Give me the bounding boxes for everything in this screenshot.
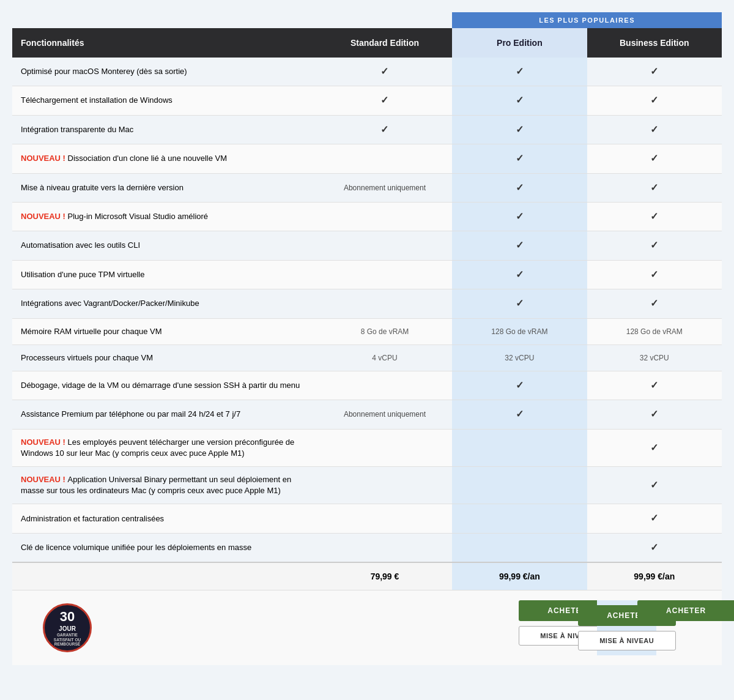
- checkmark: ✓: [650, 409, 658, 419]
- subscription-only: Abonnement uniquement: [344, 183, 426, 193]
- table-row: Optimisé pour macOS Monterey (dès sa sor…: [12, 58, 722, 86]
- table-row: NOUVEAU ! Application Universal Binary p…: [12, 467, 722, 504]
- pro-cell: ✓: [452, 115, 587, 144]
- checkmark: ✓: [650, 211, 658, 222]
- checkmark: ✓: [650, 182, 658, 193]
- pro-cell: ✓: [452, 173, 587, 202]
- checkmark: ✓: [516, 380, 524, 390]
- table-row: Débogage, vidage de la VM ou démarrage d…: [12, 371, 722, 400]
- business-cell: ✓: [587, 58, 722, 86]
- standard-cell: [317, 504, 452, 533]
- pro-cell: [452, 467, 587, 504]
- col-header-standard: Standard Edition: [317, 28, 452, 58]
- checkmark: ✓: [650, 480, 658, 490]
- table-row: Administration et facturation centralisé…: [12, 504, 722, 533]
- business-cell: 32 vCPU: [587, 344, 722, 371]
- pro-cell: ✓: [452, 58, 587, 86]
- standard-cell: ✓: [317, 58, 452, 86]
- table-row: Intégrations avec Vagrant/Docker/Packer/…: [12, 289, 722, 318]
- feature-cell: NOUVEAU ! Dissociation d'un clone lié à …: [12, 144, 317, 173]
- checkmark: ✓: [516, 240, 524, 250]
- text-value: 32 vCPU: [640, 354, 669, 362]
- standard-cell: 4 vCPU: [317, 344, 452, 371]
- checkmark: ✓: [516, 298, 524, 308]
- table-row: Mise à niveau gratuite vers la dernière …: [12, 173, 722, 202]
- standard-cell: 8 Go de vRAM: [317, 318, 452, 344]
- table-row: Téléchargement et installation de Window…: [12, 86, 722, 115]
- checkmark: ✓: [380, 66, 388, 76]
- feature-cell: Utilisation d'une puce TPM virtuelle: [12, 260, 317, 289]
- standard-cell: [317, 429, 452, 466]
- checkmark: ✓: [650, 298, 658, 308]
- table-row: Clé de licence volumique unifiée pour le…: [12, 533, 722, 562]
- business-cell: ✓: [587, 504, 722, 533]
- text-value: 32 vCPU: [505, 354, 534, 362]
- checkmark: ✓: [650, 95, 658, 105]
- feature-cell: Clé de licence volumique unifiée pour le…: [12, 533, 317, 562]
- feature-cell: Intégrations avec Vagrant/Docker/Packer/…: [12, 289, 317, 318]
- checkmark: ✓: [516, 124, 524, 135]
- table-row: Processeurs virtuels pour chaque VM4 vCP…: [12, 344, 722, 371]
- business-cell: ✓: [587, 115, 722, 144]
- standard-cell: [317, 467, 452, 504]
- standard-cell: [317, 289, 452, 318]
- pro-cell: [452, 533, 587, 562]
- subscription-only: Abonnement uniquement: [344, 409, 426, 420]
- pro-cell: ✓: [452, 260, 587, 289]
- checkmark: ✓: [650, 124, 658, 135]
- feature-cell: NOUVEAU ! Plug-in Microsoft Visual Studi…: [12, 202, 317, 231]
- guarantee-badge: 30 JOUR GARANTIE SATISFAIT OU REMBOURSÉ: [43, 603, 92, 652]
- business-cell: ✓: [587, 533, 722, 562]
- guarantee-line1: GARANTIE: [57, 633, 78, 638]
- pro-cell: ✓: [452, 202, 587, 231]
- checkmark: ✓: [516, 211, 524, 222]
- business-cell: ✓: [587, 371, 722, 400]
- checkmark: ✓: [380, 124, 388, 135]
- pro-cell: 128 Go de vRAM: [452, 318, 587, 344]
- checkmark: ✓: [650, 513, 658, 523]
- business-cell: ✓: [587, 144, 722, 173]
- guarantee-number: 30: [60, 609, 75, 625]
- table-row: Intégration transparente du Mac✓✓✓: [12, 115, 722, 144]
- text-value: 4 vCPU: [372, 354, 397, 362]
- business-cell: ✓: [587, 260, 722, 289]
- business-cell: ✓: [587, 467, 722, 504]
- feature-cell: Intégration transparente du Mac: [12, 115, 317, 144]
- pro-cell: ✓: [452, 400, 587, 429]
- feature-cell: Mémoire RAM virtuelle pour chaque VM: [12, 318, 317, 344]
- checkmark: ✓: [650, 269, 658, 280]
- feature-cell: NOUVEAU ! Les employés peuvent télécharg…: [12, 429, 317, 466]
- text-value: 128 Go de vRAM: [491, 327, 547, 336]
- popular-banner: LES PLUS POPULAIRES: [452, 12, 722, 28]
- standard-cell: [317, 202, 452, 231]
- pro-cell: ✓: [452, 231, 587, 260]
- checkmark: ✓: [650, 542, 658, 553]
- pro-cell: [452, 504, 587, 533]
- business-cell: ✓: [587, 231, 722, 260]
- standard-cell: ✓: [317, 115, 452, 144]
- buy-business-button[interactable]: ACHETER: [637, 600, 734, 621]
- price-standard: 79,99 €: [317, 562, 452, 590]
- feature-cell: Débogage, vidage de la VM ou démarrage d…: [12, 371, 317, 400]
- business-cell: ✓: [587, 429, 722, 466]
- price-pro: 99,99 €/an: [452, 562, 587, 590]
- business-cell: ✓: [587, 400, 722, 429]
- standard-cell: [317, 144, 452, 173]
- pro-cell: ✓: [452, 144, 587, 173]
- checkmark: ✓: [516, 182, 524, 193]
- text-value: 8 Go de vRAM: [361, 327, 409, 336]
- table-row: Automatisation avec les outils CLI✓✓: [12, 231, 722, 260]
- checkmark: ✓: [650, 380, 658, 390]
- checkmark: ✓: [516, 153, 524, 163]
- col-header-feature: Fonctionnalités: [12, 28, 317, 58]
- action-col-business: ACHETER: [656, 600, 716, 655]
- checkmark: ✓: [650, 66, 658, 76]
- col-header-business: Business Edition: [587, 28, 722, 58]
- guarantee-line3: REMBOURSÉ: [54, 642, 80, 647]
- feature-cell: NOUVEAU ! Application Universal Binary p…: [12, 467, 317, 504]
- feature-cell: Téléchargement et installation de Window…: [12, 86, 317, 115]
- table-row: NOUVEAU ! Dissociation d'un clone lié à …: [12, 144, 722, 173]
- pro-cell: ✓: [452, 371, 587, 400]
- table-row: NOUVEAU ! Plug-in Microsoft Visual Studi…: [12, 202, 722, 231]
- standard-cell: [317, 371, 452, 400]
